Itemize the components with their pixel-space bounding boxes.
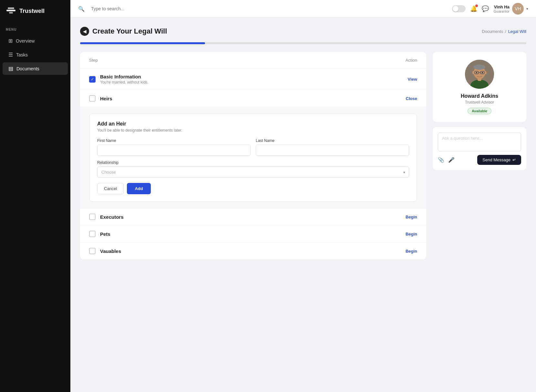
step-action-executors[interactable]: Begin (406, 215, 417, 219)
sidebar-item-label: Overview (16, 38, 35, 44)
step-info-pets: Pets (100, 231, 110, 237)
advisor-name: Howard Adkins (461, 93, 498, 99)
user-area[interactable]: Vinh Ha Guarantor VH ▾ (493, 3, 528, 15)
chat-icons: 📎 🎤 (438, 157, 455, 163)
step-row-valuables: Vauables Begin (80, 243, 426, 260)
breadcrumb-parent[interactable]: Documents (482, 29, 503, 34)
svg-rect-1 (8, 7, 14, 9)
first-name-label: First Name (97, 138, 251, 143)
back-button[interactable]: ◀ (80, 27, 89, 36)
step-action-pets[interactable]: Begin (406, 232, 417, 236)
sidebar: Trustwell MENU ⊞ Overview ☰ Tasks ▤ Docu… (0, 0, 70, 392)
relationship-label: Relationship (97, 160, 409, 165)
last-name-input[interactable] (256, 145, 409, 156)
sidebar-menu-label: MENU (0, 22, 70, 34)
add-heir-title: Add an Heir (97, 121, 409, 127)
chat-bubble-icon[interactable]: 💬 (482, 5, 489, 12)
steps-header-step: Step (89, 58, 98, 63)
topbar: 🔍 🔔 💬 Vinh Ha Guarantor VH ▾ (70, 0, 536, 18)
sidebar-item-documents[interactable]: ▤ Documents (3, 62, 68, 75)
main-wrapper: 🔍 🔔 💬 Vinh Ha Guarantor VH ▾ (70, 0, 536, 392)
logo-icon (6, 6, 16, 15)
add-button[interactable]: Add (127, 183, 150, 194)
step-name-heirs: Heirs (100, 96, 112, 101)
btn-row: Cancel Add (97, 183, 409, 194)
step-action-heirs[interactable]: Close (406, 96, 417, 101)
last-name-label: Last Name (256, 138, 409, 143)
user-role: Guarantor (493, 9, 510, 13)
form-group-last-name: Last Name (256, 138, 409, 156)
user-name: Vinh Ha (493, 5, 510, 9)
svg-rect-0 (6, 10, 15, 11)
sidebar-item-label: Documents (16, 66, 39, 71)
chat-placeholder: Ask a question here... (442, 136, 483, 141)
relationship-select-wrap: Choose Spouse Child Parent Sibling Other… (97, 166, 409, 178)
right-panel: Howard Adkins Trustwell Advisor Availabl… (433, 52, 526, 170)
search-area: 🔍 (78, 3, 452, 14)
sidebar-item-label: Tasks (16, 52, 28, 57)
step-left-heirs: Heirs (89, 95, 112, 102)
heirs-expanded-section: Add an Heir You'll be able to designate … (80, 107, 426, 208)
steps-header-action: Action (406, 58, 417, 63)
step-row-basic-info: ✓ Basic Information You're married, with… (80, 69, 426, 90)
step-row-heirs: Heirs Close (80, 90, 426, 107)
svg-point-13 (476, 72, 477, 73)
step-action-valuables[interactable]: Begin (406, 249, 417, 254)
first-name-input[interactable] (97, 145, 251, 156)
breadcrumb-separator: / (505, 29, 506, 34)
step-row-pets: Pets Begin (80, 226, 426, 243)
step-info-executors: Executors (100, 214, 124, 220)
user-info: Vinh Ha Guarantor (493, 5, 510, 13)
sidebar-logo: Trustwell (0, 0, 70, 22)
microphone-icon[interactable]: 🎤 (448, 157, 455, 163)
step-name-basic-info: Basic Information (100, 74, 149, 79)
cancel-button[interactable]: Cancel (97, 183, 124, 194)
step-action-basic-info[interactable]: View (408, 77, 417, 82)
step-checkbox-valuables[interactable] (89, 248, 96, 254)
form-group-relationship: Relationship Choose Spouse Child Parent … (97, 160, 409, 178)
breadcrumb-current[interactable]: Legal Will (508, 29, 526, 34)
step-checkbox-heirs[interactable] (89, 95, 96, 102)
chat-input-area: Ask a question here... (438, 132, 521, 152)
attachment-icon[interactable]: 📎 (438, 157, 444, 163)
form-group-first-name: First Name (97, 138, 251, 156)
step-left-basic-info: ✓ Basic Information You're married, with… (89, 74, 149, 85)
toggle-button[interactable] (452, 5, 466, 12)
chat-card: Ask a question here... 📎 🎤 Send Message … (433, 127, 526, 170)
search-icon: 🔍 (78, 6, 85, 12)
step-name-executors: Executors (100, 214, 124, 220)
step-left-valuables: Vauables (89, 248, 121, 254)
search-input[interactable] (87, 3, 452, 14)
send-icon: ↵ (512, 157, 516, 162)
advisor-role: Trustwell Advisor (465, 100, 494, 105)
advisor-card: Howard Adkins Trustwell Advisor Availabl… (433, 52, 526, 122)
send-message-label: Send Message (482, 157, 510, 162)
steps-panel: Step Action ✓ Basic Information You're m… (80, 52, 426, 260)
step-checkbox-executors[interactable] (89, 214, 96, 220)
progress-fill (80, 42, 205, 44)
step-info-heirs: Heirs (100, 96, 112, 101)
advisor-avatar (465, 60, 494, 89)
advisor-avatar-svg (465, 60, 494, 89)
main-content-row: Step Action ✓ Basic Information You're m… (80, 52, 526, 260)
step-name-pets: Pets (100, 231, 110, 237)
notification-dot (475, 5, 478, 7)
avatar: VH (512, 3, 524, 15)
step-checkbox-basic-info[interactable]: ✓ (89, 76, 96, 83)
advisor-status-badge: Available (468, 108, 491, 114)
add-heir-card: Add an Heir You'll be able to designate … (89, 114, 417, 202)
step-checkbox-pets[interactable] (89, 231, 96, 237)
step-row-executors: Executors Begin (80, 208, 426, 226)
content-area: ◀ Create Your Legal Will Documents / Leg… (70, 18, 536, 392)
page-header: ◀ Create Your Legal Will Documents / Leg… (80, 27, 526, 36)
svg-point-14 (482, 72, 483, 73)
sidebar-item-overview[interactable]: ⊞ Overview (3, 35, 68, 47)
page-title-area: ◀ Create Your Legal Will (80, 27, 167, 36)
step-left-executors: Executors (89, 214, 124, 220)
progress-bar (80, 42, 526, 44)
relationship-select[interactable]: Choose Spouse Child Parent Sibling Other (97, 166, 409, 178)
sidebar-item-tasks[interactable]: ☰ Tasks (3, 48, 68, 61)
notification-icon[interactable]: 🔔 (470, 5, 477, 12)
documents-icon: ▤ (8, 65, 13, 72)
send-message-button[interactable]: Send Message ↵ (477, 155, 521, 165)
